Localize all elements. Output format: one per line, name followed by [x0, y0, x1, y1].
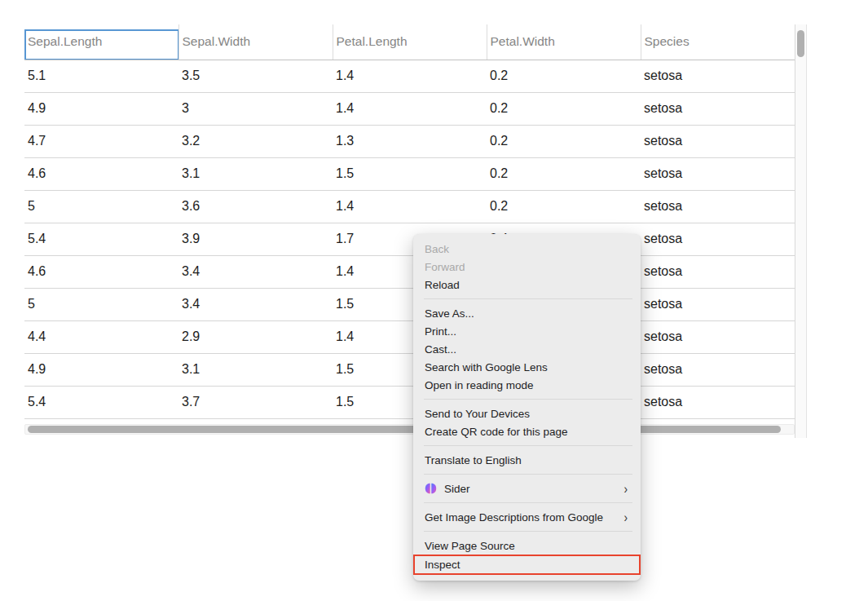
table-row: 4.931.40.2setosa [24, 92, 795, 125]
menu-item-inspect[interactable]: Inspect [413, 555, 641, 575]
table-row: 4.73.21.30.2setosa [24, 125, 795, 157]
table-cell: 1.4 [333, 92, 487, 125]
table-cell: setosa [641, 60, 795, 92]
menu-item-cast[interactable]: Cast... [413, 340, 641, 358]
table-cell: 4.9 [24, 92, 178, 125]
menu-item-label: Cast... [425, 343, 456, 356]
horizontal-scrollbar[interactable] [24, 424, 795, 435]
menu-item-view-page-source[interactable]: View Page Source [413, 537, 641, 555]
table-cell: 3.6 [178, 190, 333, 223]
submenu-chevron-icon: › [624, 510, 628, 524]
table-cell: setosa [641, 320, 795, 353]
menu-item-translate-to-english[interactable]: Translate to English [413, 451, 641, 469]
table-cell: 5 [24, 190, 178, 223]
table-cell: setosa [641, 386, 795, 418]
table-cell: 1.3 [333, 125, 487, 157]
submenu-chevron-icon: › [624, 482, 628, 496]
vertical-scrollbar[interactable] [795, 24, 807, 438]
table-cell: 5.4 [24, 386, 178, 418]
table-cell: 4.4 [24, 320, 178, 353]
column-header-sepal-width[interactable]: Sepal.Width [178, 24, 333, 60]
table-cell: 0.2 [487, 92, 641, 125]
column-header-species[interactable]: Species [641, 24, 795, 60]
table-body: 5.13.51.40.2setosa4.931.40.2setosa4.73.2… [24, 60, 795, 418]
table-cell: 0.2 [487, 157, 641, 190]
table-cell: 0.2 [487, 125, 641, 157]
table-cell: 3.1 [178, 157, 333, 190]
menu-item-open-in-reading-mode[interactable]: Open in reading mode [413, 376, 641, 394]
table-cell: 1.4 [333, 60, 487, 92]
table-cell: setosa [641, 157, 795, 190]
table-cell: 3.4 [178, 288, 333, 320]
menu-item-label: Get Image Descriptions from Google [425, 511, 603, 524]
menu-item-save-as[interactable]: Save As... [413, 304, 641, 322]
menu-separator [424, 399, 632, 400]
table-cell: setosa [641, 353, 795, 386]
table-cell: setosa [641, 255, 795, 288]
table-cell: 3.1 [178, 353, 333, 386]
table-row: 5.13.51.40.2setosa [24, 60, 795, 92]
browser-viewport: Sepal.LengthSepal.WidthPetal.LengthPetal… [0, 0, 868, 601]
data-table: Sepal.LengthSepal.WidthPetal.LengthPetal… [24, 24, 795, 419]
menu-item-label: Sider [444, 483, 470, 495]
table-row: 53.41.50.2setosa [24, 288, 795, 320]
vertical-scrollbar-thumb[interactable] [797, 30, 804, 57]
menu-separator [424, 298, 632, 299]
table-cell: 3.5 [178, 60, 333, 92]
menu-item-label: Print... [425, 325, 456, 338]
menu-item-label: Open in reading mode [425, 379, 534, 391]
table-row: 5.43.91.70.4setosa [24, 223, 795, 255]
table-cell: 5 [24, 288, 178, 320]
table-cell: 1.4 [333, 190, 487, 223]
context-menu: BackForwardReloadSave As...Print...Cast.… [413, 234, 641, 581]
table-header-row: Sepal.LengthSepal.WidthPetal.LengthPetal… [24, 24, 795, 60]
table-cell: 4.7 [24, 125, 178, 157]
menu-item-label: View Page Source [425, 540, 515, 552]
menu-item-search-with-google-lens[interactable]: Search with Google Lens [413, 358, 641, 376]
menu-item-label: Save As... [425, 307, 474, 320]
column-header-petal-length[interactable]: Petal.Length [333, 24, 487, 60]
table-cell: 3 [178, 92, 333, 125]
menu-item-print[interactable]: Print... [413, 322, 641, 340]
menu-item-get-image-descriptions-from-google[interactable]: Get Image Descriptions from Google› [413, 508, 641, 526]
menu-item-sider[interactable]: Sider› [413, 479, 641, 497]
table-cell: 4.6 [24, 157, 178, 190]
table-cell: 5.1 [24, 60, 178, 92]
table-cell: 0.2 [487, 190, 641, 223]
column-header-petal-width[interactable]: Petal.Width [487, 24, 641, 60]
menu-item-create-qr-code-for-this-page[interactable]: Create QR code for this page [413, 422, 641, 440]
table-cell: 4.9 [24, 353, 178, 386]
menu-item-send-to-your-devices[interactable]: Send to Your Devices [413, 404, 641, 422]
menu-item-label: Back [425, 243, 449, 255]
table-row: 5.43.71.50.2setosa [24, 386, 795, 418]
menu-item-label: Send to Your Devices [425, 408, 530, 420]
table-row: 4.63.11.50.2setosa [24, 157, 795, 190]
menu-item-label: Forward [425, 261, 465, 273]
table-cell: setosa [641, 288, 795, 320]
table-cell: setosa [641, 125, 795, 157]
table-cell: 5.4 [24, 223, 178, 255]
table-cell: 1.5 [333, 157, 487, 190]
column-header-sepal-length[interactable]: Sepal.Length [24, 24, 178, 60]
menu-item-reload[interactable]: Reload [413, 276, 641, 294]
table-cell: 3.4 [178, 255, 333, 288]
horizontal-scrollbar-thumb[interactable] [28, 426, 781, 433]
menu-item-label: Reload [425, 279, 460, 291]
table-cell: setosa [641, 92, 795, 125]
table-row: 4.93.11.50.1setosa [24, 353, 795, 386]
menu-separator [424, 531, 632, 532]
sider-brain-icon [425, 483, 437, 494]
menu-item-label: Inspect [425, 559, 460, 571]
menu-item-forward: Forward [413, 258, 641, 276]
menu-separator [424, 445, 632, 446]
table-cell: 2.9 [178, 320, 333, 353]
menu-item-label: Search with Google Lens [425, 361, 548, 373]
table-cell: 4.6 [24, 255, 178, 288]
table-cell: 3.9 [178, 223, 333, 255]
table-cell: 3.2 [178, 125, 333, 157]
menu-item-label: Translate to English [425, 454, 522, 466]
table-row: 4.42.91.40.2setosa [24, 320, 795, 353]
menu-separator [424, 502, 632, 503]
table-cell: setosa [641, 223, 795, 255]
table-cell: setosa [641, 190, 795, 223]
